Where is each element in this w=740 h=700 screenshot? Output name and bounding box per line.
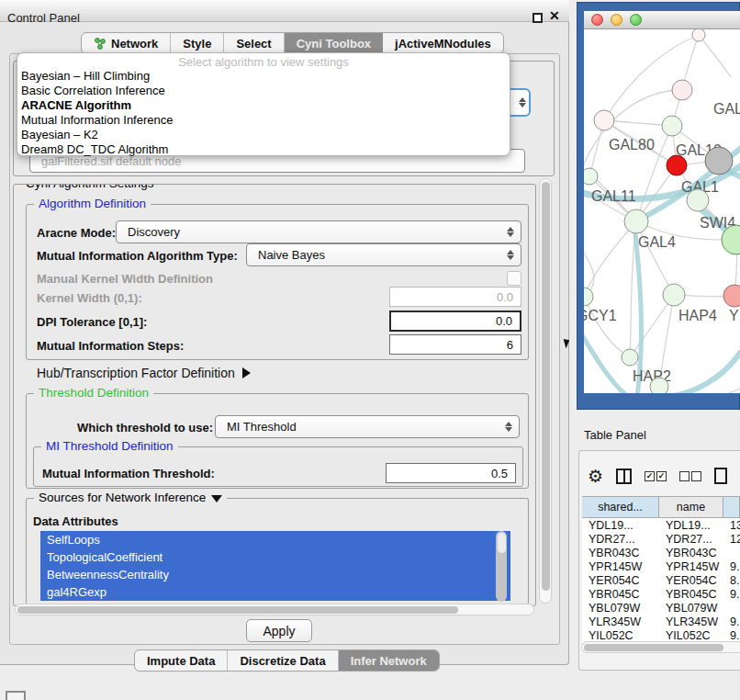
node-table[interactable]: shared...nameYDL19...YDL19...13YDR27...Y… bbox=[582, 496, 740, 642]
attribute-list-item[interactable]: BetweennessCentrality bbox=[40, 566, 510, 583]
table-row[interactable]: YBR043CYBR043C bbox=[582, 546, 740, 559]
network-node-hap4[interactable] bbox=[663, 284, 685, 306]
tab-jactivemnodules[interactable]: jActiveMNodules bbox=[383, 33, 503, 53]
mi-threshold-definition-title: MI Threshold Definition bbox=[41, 439, 178, 453]
network-node-label: GAL11 bbox=[591, 188, 636, 204]
which-threshold-combo[interactable]: MI Threshold bbox=[215, 415, 520, 438]
mi-steps-field[interactable]: 6 bbox=[389, 334, 521, 355]
tab-infer-network[interactable]: Infer Network bbox=[339, 650, 439, 671]
aracne-mode-combo[interactable]: Discovery bbox=[116, 220, 521, 243]
network-window-titlebar[interactable] bbox=[584, 11, 740, 29]
algorithm-option[interactable]: ARACNE Algorithm bbox=[17, 98, 510, 113]
network-node[interactable] bbox=[650, 378, 668, 393]
network-canvas[interactable]: GALGAL80GAL10GAL1GAL11SWI4GAL4GCY1HAP4YH… bbox=[584, 29, 740, 393]
table-cell: YPR145W bbox=[659, 559, 723, 573]
table-cell bbox=[723, 601, 740, 615]
table-cell: 12 bbox=[723, 532, 740, 546]
expander-right-icon bbox=[242, 367, 251, 378]
algorithm-option[interactable]: Mutual Information Inference bbox=[17, 113, 510, 128]
table-cell: YDR27... bbox=[659, 532, 723, 546]
mi-threshold-label: Mutual Information Threshold: bbox=[42, 467, 215, 480]
network-node-label: HAP4 bbox=[678, 308, 717, 323]
network-node-gcy1[interactable] bbox=[584, 288, 593, 306]
table-row[interactable]: YPR145WYPR145W9. bbox=[582, 559, 740, 573]
network-node-gal[interactable] bbox=[672, 80, 692, 100]
table-row[interactable]: YBL079WYBL079W bbox=[582, 601, 740, 615]
network-node-gal4[interactable] bbox=[624, 209, 648, 233]
network-edge-highlighted[interactable] bbox=[668, 353, 740, 393]
tab-select[interactable]: Select bbox=[224, 33, 284, 53]
dpi-tolerance-value: 0.0 bbox=[496, 314, 512, 328]
kernel-width-label: Kernel Width (0,1): bbox=[37, 291, 142, 305]
network-node-gal80[interactable] bbox=[594, 110, 614, 130]
kernel-width-field[interactable]: 0.0 bbox=[389, 287, 521, 307]
algorithm-dropdown-placeholder: Select algorithm to view settings bbox=[17, 53, 510, 69]
tab-style[interactable]: Style bbox=[171, 33, 224, 53]
split-columns-icon[interactable] bbox=[616, 469, 632, 484]
table-hscrollbar-thumb[interactable] bbox=[584, 644, 723, 651]
network-node-gal1[interactable] bbox=[667, 155, 687, 175]
network-node-hap2[interactable] bbox=[622, 349, 638, 366]
settings-vscrollbar-thumb[interactable] bbox=[542, 182, 550, 591]
close-icon[interactable]: ✕ bbox=[549, 8, 560, 23]
aracne-mode-value: Discovery bbox=[128, 225, 180, 239]
network-node-y[interactable] bbox=[723, 285, 740, 307]
column-header[interactable]: name bbox=[659, 497, 723, 517]
network-node-swi4[interactable] bbox=[687, 189, 709, 211]
algorithm-option[interactable]: Bayesian – Hill Climbing bbox=[17, 69, 510, 84]
attribute-list-item[interactable]: gal4RGexp bbox=[40, 583, 510, 601]
algorithm-option[interactable]: Bayesian – K2 bbox=[17, 128, 510, 142]
minimize-traffic-icon[interactable] bbox=[611, 14, 622, 26]
tab-network[interactable]: Network bbox=[82, 33, 171, 53]
float-window-icon[interactable] bbox=[533, 13, 543, 23]
network-node-gal11[interactable] bbox=[584, 168, 598, 185]
column-header[interactable]: shared... bbox=[582, 497, 659, 517]
close-traffic-icon[interactable] bbox=[591, 14, 603, 26]
attribute-list-item[interactable]: SelfLoops bbox=[40, 531, 510, 548]
table-row[interactable]: YIL052CYIL052C9. bbox=[582, 628, 740, 642]
table-cell: YPR145W bbox=[582, 559, 659, 573]
table-row[interactable]: YBR045CYBR045C9. bbox=[582, 587, 740, 601]
network-edge[interactable] bbox=[584, 221, 636, 297]
mi-threshold-field[interactable]: 0.5 bbox=[386, 463, 516, 483]
settings-hscrollbar-thumb[interactable] bbox=[17, 606, 458, 614]
network-graph: GALGAL80GAL10GAL1GAL11SWI4GAL4GCY1HAP4YH… bbox=[584, 29, 740, 393]
unchecked-pair-icon[interactable] bbox=[679, 471, 701, 481]
tab-impute-data[interactable]: Impute Data bbox=[135, 650, 228, 671]
algorithm-option[interactable]: Dream8 DC_TDC Algorithm bbox=[17, 142, 510, 157]
mi-type-combo[interactable]: Naive Bayes bbox=[246, 243, 521, 266]
network-edge[interactable] bbox=[604, 35, 699, 120]
network-edge-highlighted[interactable] bbox=[584, 329, 626, 393]
table-row[interactable]: YLR345WYLR345W9. bbox=[582, 615, 740, 628]
gear-icon[interactable]: ⚙ bbox=[588, 466, 603, 487]
tab-discretize-data[interactable]: Discretize Data bbox=[228, 650, 338, 671]
top-tab-bar: NetworkStyleSelectCyni ToolboxjActiveMNo… bbox=[81, 32, 504, 54]
data-attributes-list[interactable]: SelfLoopsTopologicalCoefficientBetweenne… bbox=[40, 531, 510, 602]
dpi-tolerance-field[interactable]: 0.0 bbox=[389, 310, 521, 332]
hub-definition-expander[interactable]: Hub/Transcription Factor Definition bbox=[37, 366, 251, 380]
network-node[interactable] bbox=[692, 29, 705, 41]
table-row[interactable]: YDL19...YDL19...13 bbox=[582, 518, 740, 532]
network-edge[interactable] bbox=[699, 35, 731, 77]
tab-cyni-toolbox[interactable]: Cyni Toolbox bbox=[285, 33, 383, 53]
dpi-tolerance-label: DPI Tolerance [0,1]: bbox=[37, 315, 147, 329]
network-node[interactable] bbox=[705, 147, 733, 175]
apply-button[interactable]: Apply bbox=[246, 619, 312, 642]
minimized-panel-icon[interactable] bbox=[6, 691, 26, 700]
algorithm-option[interactable]: Basic Correlation Inference bbox=[17, 84, 510, 98]
mi-type-value: Naive Bayes bbox=[258, 248, 325, 262]
table-cell: 9. bbox=[723, 587, 740, 601]
attributes-scrollbar-thumb[interactable] bbox=[498, 533, 506, 553]
table-cell: 9. bbox=[723, 628, 740, 642]
maximize-traffic-icon[interactable] bbox=[630, 14, 642, 26]
manual-kernel-checkbox[interactable] bbox=[507, 271, 521, 286]
attribute-list-item[interactable]: TopologicalCoefficient bbox=[40, 548, 510, 566]
table-cell: YER054C bbox=[659, 573, 723, 587]
table-row[interactable]: YER054CYER054C8. bbox=[582, 573, 740, 587]
column-header[interactable] bbox=[723, 497, 740, 517]
checked-pair-icon[interactable]: ✓✓ bbox=[645, 471, 667, 481]
network-node-gal10[interactable] bbox=[662, 116, 682, 136]
new-column-icon[interactable] bbox=[714, 468, 727, 484]
table-row[interactable]: YDR27...YDR27...12 bbox=[582, 532, 740, 546]
algorithm-dropdown: Select algorithm to view settings Bayesi… bbox=[17, 52, 510, 156]
